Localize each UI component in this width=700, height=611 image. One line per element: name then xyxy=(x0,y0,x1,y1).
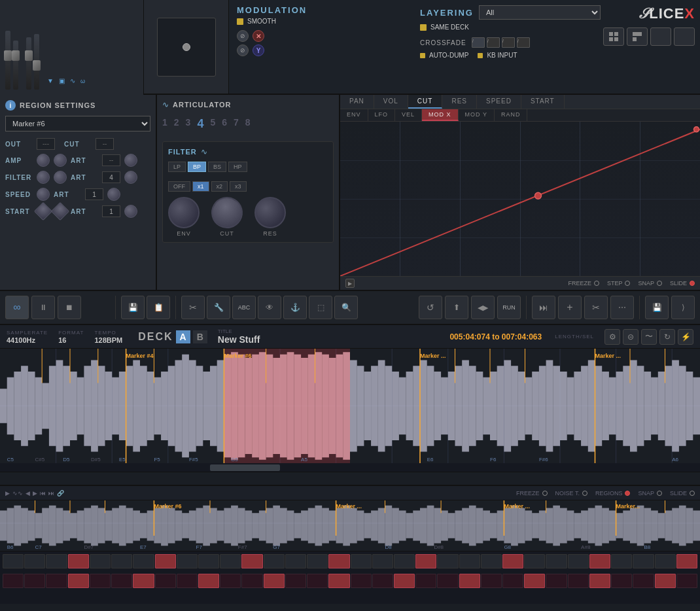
fader-1[interactable] xyxy=(5,31,10,90)
pad-12[interactable] xyxy=(241,554,262,568)
speed-knob[interactable] xyxy=(37,188,50,201)
pad-14[interactable] xyxy=(285,554,306,568)
freeze-mini-radio[interactable] xyxy=(542,491,548,496)
art-num-8[interactable]: 8 xyxy=(245,117,251,131)
slide-mini-radio[interactable] xyxy=(690,491,695,496)
kb-input-checkbox[interactable] xyxy=(478,53,483,58)
pad-32[interactable] xyxy=(676,554,697,568)
pad-b28[interactable] xyxy=(589,574,610,588)
sr-icon-3[interactable]: 〜 xyxy=(641,329,657,345)
view-btn-1[interactable] xyxy=(603,27,624,46)
tab-env[interactable]: ENV xyxy=(340,109,368,121)
filter-x1[interactable]: x1 xyxy=(192,181,209,192)
amp-knob-3[interactable] xyxy=(124,154,137,167)
start-knob-3[interactable] xyxy=(124,205,137,218)
fader-knob-1[interactable] xyxy=(4,50,12,61)
pad-25[interactable] xyxy=(524,554,545,568)
pad-30[interactable] xyxy=(633,554,654,568)
pad-18[interactable] xyxy=(372,554,393,568)
pad-b22[interactable] xyxy=(459,574,480,588)
pad-2[interactable] xyxy=(24,554,45,568)
pad-b6[interactable] xyxy=(111,574,132,588)
pad-8[interactable] xyxy=(155,554,176,568)
pad-b27[interactable] xyxy=(568,574,589,588)
speed-knob-2[interactable] xyxy=(107,188,120,201)
freeze-radio[interactable] xyxy=(594,281,599,286)
filter-knob-1[interactable] xyxy=(37,171,50,184)
tab-vol[interactable]: VOL xyxy=(374,95,408,109)
cf-btn-1[interactable]: / xyxy=(472,37,485,48)
res-knob[interactable] xyxy=(254,197,286,228)
filter-lp[interactable]: LP xyxy=(168,162,186,172)
pad-15[interactable] xyxy=(307,554,328,568)
next-btn[interactable]: ⏭ xyxy=(532,296,555,319)
filter-hp[interactable]: HP xyxy=(228,162,247,172)
pad-b17[interactable] xyxy=(351,574,372,588)
pad-1[interactable] xyxy=(3,554,24,568)
fader-4[interactable] xyxy=(34,34,39,90)
art-num-2[interactable]: 2 xyxy=(174,117,179,131)
start-art-value[interactable]: 1 xyxy=(102,205,120,217)
tab-modx[interactable]: MOD X xyxy=(422,109,459,121)
cut-value[interactable]: -- xyxy=(96,138,114,150)
regions-radio[interactable] xyxy=(625,491,630,496)
pad-b12[interactable] xyxy=(241,574,262,588)
pad-b16[interactable] xyxy=(328,574,349,588)
pad-9[interactable] xyxy=(177,554,198,568)
fader-2[interactable] xyxy=(13,41,18,90)
rotate-btn[interactable]: ↺ xyxy=(419,296,442,319)
pad-17[interactable] xyxy=(351,554,372,568)
play-icon[interactable]: ▶ xyxy=(5,490,10,497)
pad-b14[interactable] xyxy=(285,574,306,588)
mod-circle-icon[interactable]: ⊘ xyxy=(237,30,249,42)
amp-art-value[interactable]: -- xyxy=(102,154,120,166)
add-btn[interactable]: + xyxy=(558,296,582,319)
dots-btn[interactable]: ⋯ xyxy=(610,296,634,319)
pad-6[interactable] xyxy=(111,554,132,568)
deck-b[interactable]: B xyxy=(193,330,207,343)
pad-b2[interactable] xyxy=(24,574,45,588)
layering-dropdown[interactable]: All xyxy=(479,5,601,20)
tab-pan[interactable]: PAN xyxy=(340,95,374,109)
art-num-4[interactable]: 4 xyxy=(197,117,203,131)
view-btn-3[interactable] xyxy=(650,27,671,46)
waveform-lower[interactable]: Marker #6 Marker ... Marker ... Marker..… xyxy=(0,500,700,551)
view-btn-4[interactable] xyxy=(674,27,695,46)
xy-pad[interactable] xyxy=(157,18,216,77)
sr-icon-4[interactable]: ↻ xyxy=(659,329,675,345)
anchor-btn[interactable]: ⚓ xyxy=(283,296,307,319)
tab-cut[interactable]: CUT xyxy=(408,95,443,109)
art-num-1[interactable]: 1 xyxy=(162,117,167,131)
out-value[interactable]: --- xyxy=(37,138,55,150)
pad-b9[interactable] xyxy=(177,574,198,588)
cf-btn-2[interactable]: / xyxy=(487,37,500,48)
pause-btn[interactable]: ⏸ xyxy=(31,296,55,319)
pad-24[interactable] xyxy=(502,554,523,568)
filter-x3[interactable]: x3 xyxy=(230,181,247,192)
link-icon[interactable]: 🔗 xyxy=(57,490,64,497)
split-btn[interactable]: ◀▶ xyxy=(471,296,495,319)
skip-fwd-icon[interactable]: ⏭ xyxy=(48,490,54,497)
abc-btn[interactable]: ABC xyxy=(232,296,256,319)
pad-27[interactable] xyxy=(568,554,589,568)
pad-b29[interactable] xyxy=(611,574,632,588)
copy-btn[interactable]: 📋 xyxy=(147,296,170,319)
export-btn[interactable]: ⟩ xyxy=(671,296,695,319)
pad-b21[interactable] xyxy=(437,574,458,588)
tab-rand[interactable]: RAND xyxy=(495,109,528,121)
filter-knob-3[interactable] xyxy=(124,171,137,184)
same-deck-checkbox[interactable] xyxy=(420,24,427,31)
filter-off[interactable]: OFF xyxy=(168,181,190,192)
pad-4[interactable] xyxy=(68,554,89,568)
pad-16[interactable] xyxy=(328,554,349,568)
fader-knob-3[interactable] xyxy=(25,50,33,61)
graph-play-btn[interactable]: ▶ xyxy=(345,279,355,288)
pad-b25[interactable] xyxy=(524,574,545,588)
pad-b7[interactable] xyxy=(133,574,154,588)
pad-5[interactable] xyxy=(90,554,111,568)
speed-art-value[interactable]: 1 xyxy=(85,188,103,200)
cf-btn-3[interactable]: / xyxy=(502,37,515,48)
art-num-7[interactable]: 7 xyxy=(234,117,239,131)
pad-28[interactable] xyxy=(589,554,610,568)
waveform-main[interactable]: Marker #4 Marker #6 Marker ... Marker ..… xyxy=(0,349,700,486)
